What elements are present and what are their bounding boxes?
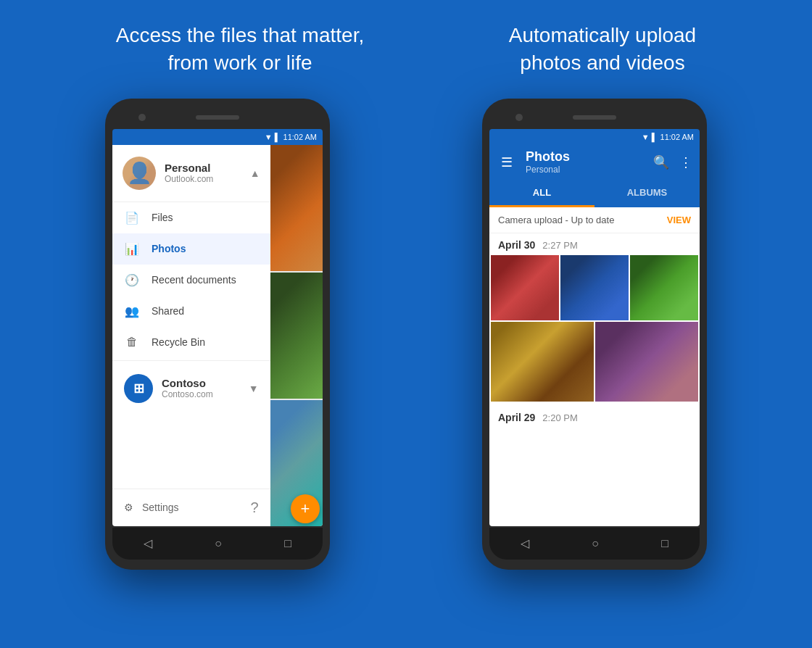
drawer-overlay: Personal Outlook.com ▲ 📄 Files 📊 Photos bbox=[112, 145, 270, 526]
right-home-nav-icon[interactable] bbox=[592, 537, 599, 550]
photo-date-2: April 29 bbox=[498, 412, 535, 423]
drawer-item-recent[interactable]: 🕐 Recent documents bbox=[112, 265, 270, 296]
photo-cell-5[interactable] bbox=[595, 322, 698, 402]
right-back-nav-icon[interactable] bbox=[521, 536, 529, 550]
shared-label: Shared bbox=[152, 305, 184, 317]
account-name: Personal bbox=[165, 162, 241, 174]
left-status-icons: ▼ ▌ bbox=[265, 133, 281, 141]
left-phone-speaker bbox=[196, 115, 239, 120]
photos-app: ☰ Photos Personal 🔍 ⋮ ALL ALBUMS bbox=[489, 145, 700, 526]
tab-all[interactable]: ALL bbox=[489, 180, 594, 207]
photo-time-1: 2:27 PM bbox=[542, 240, 577, 251]
photo-cell-2[interactable] bbox=[560, 255, 629, 320]
files-label: Files bbox=[152, 212, 173, 223]
account-email: Outlook.com bbox=[165, 174, 241, 184]
recycle-label: Recycle Bin bbox=[152, 336, 205, 348]
tab-albums[interactable]: ALBUMS bbox=[594, 180, 700, 207]
camera-upload-text: Camera upload - Up to date bbox=[498, 215, 614, 225]
account-info: Personal Outlook.com bbox=[165, 162, 241, 184]
avatar bbox=[123, 157, 156, 190]
right-recents-nav-icon[interactable] bbox=[661, 537, 668, 550]
right-phone: ▼ ▌ 11:02 AM ☰ Photos Personal 🔍 ⋮ bbox=[482, 99, 707, 570]
right-phone-bottom-bar bbox=[489, 528, 700, 560]
photo-date-row-2: April 29 2:20 PM bbox=[489, 406, 700, 428]
fab-button[interactable]: + bbox=[291, 494, 320, 523]
left-phone-screen: ▼ ▌ 11:02 AM Personal Outlo bbox=[112, 129, 323, 526]
settings-item[interactable]: ⚙ Settings bbox=[124, 502, 179, 513]
right-status-bar: ▼ ▌ 11:02 AM bbox=[489, 129, 700, 145]
photo-grid-1 bbox=[489, 255, 700, 320]
phones-row: ▼ ▌ 11:02 AM Personal Outlo bbox=[0, 99, 812, 570]
chevron-down-icon: ▼ bbox=[249, 383, 259, 394]
back-nav-icon[interactable] bbox=[144, 536, 152, 550]
contoso-info: Contoso Contoso.com bbox=[162, 377, 240, 399]
drawer-item-recycle[interactable]: 🗑 Recycle Bin bbox=[112, 327, 270, 357]
avatar-image bbox=[123, 157, 156, 190]
right-signal-icon: ▌ bbox=[652, 133, 658, 141]
wifi-icon: ▼ bbox=[265, 133, 273, 141]
drawer-item-photos[interactable]: 📊 Photos bbox=[112, 233, 270, 265]
trash-icon: 🗑 bbox=[124, 336, 140, 349]
headlines-row: Access the files that matter,from work o… bbox=[0, 0, 812, 91]
shared-icon: 👥 bbox=[124, 304, 140, 318]
contoso-icon: ⊞ bbox=[124, 374, 153, 403]
contoso-item[interactable]: ⊞ Contoso Contoso.com ▼ bbox=[112, 364, 270, 413]
right-phone-screen: ▼ ▌ 11:02 AM ☰ Photos Personal 🔍 ⋮ bbox=[489, 129, 700, 526]
view-button[interactable]: VIEW bbox=[667, 215, 691, 225]
contoso-name: Contoso bbox=[162, 377, 240, 389]
drawer-divider bbox=[112, 360, 270, 361]
search-icon[interactable]: 🔍 bbox=[653, 154, 669, 170]
photo-cell-4[interactable] bbox=[491, 322, 594, 402]
right-status-icons: ▼ ▌ bbox=[642, 133, 658, 141]
drawer-header[interactable]: Personal Outlook.com ▲ bbox=[112, 145, 270, 202]
photo-date-row-1: April 30 2:27 PM bbox=[489, 233, 700, 255]
side-photo-2 bbox=[270, 273, 323, 399]
photo-time-2: 2:20 PM bbox=[542, 412, 577, 423]
contoso-domain: Contoso.com bbox=[162, 389, 240, 399]
hamburger-icon[interactable]: ☰ bbox=[497, 154, 517, 170]
drawer-screen: Personal Outlook.com ▲ 📄 Files 📊 Photos bbox=[112, 145, 323, 526]
photos-tabs: ALL ALBUMS bbox=[489, 180, 700, 207]
left-phone-bottom-bar bbox=[112, 528, 323, 560]
recent-docs-label: Recent documents bbox=[152, 274, 236, 286]
right-phone-top-bar bbox=[489, 107, 700, 128]
settings-label: Settings bbox=[142, 502, 179, 513]
left-phone: ▼ ▌ 11:02 AM Personal Outlo bbox=[105, 99, 330, 570]
left-phone-camera bbox=[138, 114, 146, 121]
drawer-item-files[interactable]: 📄 Files bbox=[112, 202, 270, 233]
signal-icon: ▌ bbox=[275, 133, 281, 141]
right-status-time: 11:02 AM bbox=[660, 133, 694, 141]
left-status-time: 11:02 AM bbox=[283, 133, 317, 141]
photos-title: Photos bbox=[526, 149, 647, 165]
drawer-item-shared[interactable]: 👥 Shared bbox=[112, 296, 270, 327]
help-icon[interactable]: ? bbox=[250, 499, 258, 516]
right-phone-camera bbox=[515, 114, 523, 121]
side-content bbox=[270, 145, 323, 526]
photos-label: Photos bbox=[152, 243, 186, 254]
home-nav-icon[interactable] bbox=[215, 537, 222, 550]
side-photo-1 bbox=[270, 145, 323, 271]
toolbar-actions: 🔍 ⋮ bbox=[653, 154, 692, 170]
right-wifi-icon: ▼ bbox=[642, 133, 650, 141]
left-headline: Access the files that matter,from work o… bbox=[116, 22, 364, 77]
settings-gear-icon: ⚙ bbox=[124, 502, 133, 513]
toolbar-title-area: Photos Personal bbox=[523, 149, 647, 175]
more-options-icon[interactable]: ⋮ bbox=[679, 154, 692, 170]
photo-cell-3[interactable] bbox=[630, 255, 698, 320]
photos-icon: 📊 bbox=[124, 242, 140, 256]
chevron-up-icon: ▲ bbox=[250, 167, 260, 179]
photo-cell-1[interactable] bbox=[491, 255, 559, 320]
photos-subtitle: Personal bbox=[526, 165, 647, 175]
left-phone-top-bar bbox=[112, 107, 323, 128]
recents-nav-icon[interactable] bbox=[284, 537, 291, 550]
drawer-footer: ⚙ Settings ? bbox=[112, 489, 270, 526]
photos-toolbar: ☰ Photos Personal 🔍 ⋮ bbox=[489, 145, 700, 180]
file-icon: 📄 bbox=[124, 211, 140, 225]
photo-grid-2 bbox=[489, 322, 700, 402]
camera-upload-bar: Camera upload - Up to date VIEW bbox=[489, 207, 700, 233]
right-phone-speaker bbox=[573, 115, 616, 120]
left-status-bar: ▼ ▌ 11:02 AM bbox=[112, 129, 323, 145]
right-headline: Automatically uploadphotos and videos bbox=[509, 22, 696, 77]
photo-date-1: April 30 bbox=[498, 239, 535, 251]
clock-icon: 🕐 bbox=[124, 273, 140, 287]
